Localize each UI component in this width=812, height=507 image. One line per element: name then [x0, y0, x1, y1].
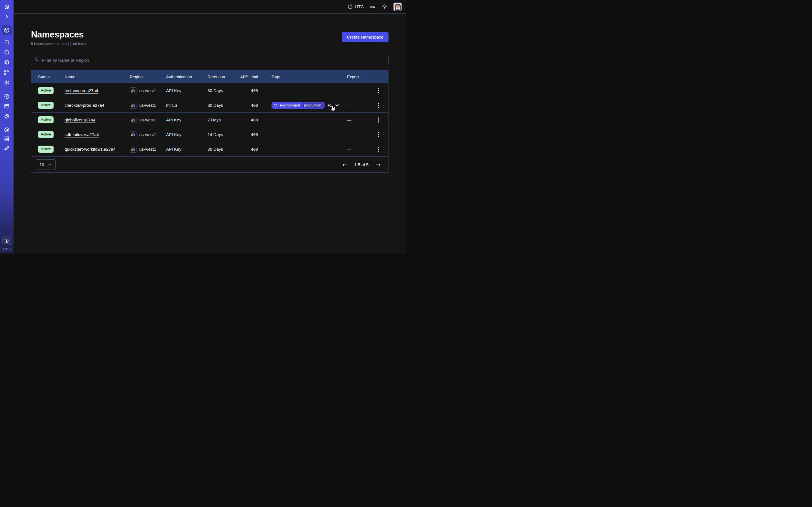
retention-cell: 30 Days [207, 147, 240, 152]
app-window: $ 2.35.1 UTC [0, 0, 406, 253]
create-namespace-button[interactable]: Create Namespace [342, 32, 389, 42]
temporal-logo-icon[interactable] [4, 4, 10, 10]
aps-cell: 400 [240, 132, 271, 137]
col-authentication: Authentication [166, 75, 207, 79]
retention-cell: 14 Days [207, 132, 240, 137]
tag-value: production [302, 103, 324, 108]
export-value: — [347, 103, 351, 108]
sidebar-footer: $ 2.35.1 [3, 237, 11, 253]
aps-cell: 400 [240, 147, 271, 152]
page-size-value: 10 [40, 162, 44, 167]
main-content: Namespaces 5 Namespaces created (100 lim… [13, 14, 406, 253]
sidebar-item-docs[interactable] [4, 136, 10, 142]
region-label: us-west1 [139, 103, 156, 108]
retention-cell: 30 Days [207, 103, 240, 108]
export-value: — [347, 132, 351, 137]
sidebar-item-schedules[interactable] [4, 49, 10, 55]
gcp-region-icon [130, 87, 137, 94]
col-status: Status [38, 75, 64, 79]
tag-icon [274, 103, 278, 107]
gcp-region-icon [130, 131, 137, 138]
aps-cell: 400 [240, 89, 271, 93]
aps-cell: 400 [240, 118, 271, 122]
row-menu-button[interactable] [377, 116, 380, 124]
auth-cell: mTLS [166, 103, 207, 108]
gcp-region-icon [130, 102, 137, 109]
filter-input[interactable] [42, 58, 385, 62]
sidebar-item-getting-started[interactable] [4, 145, 10, 151]
tag-chip[interactable]: environment production [271, 102, 324, 109]
namespace-link[interactable]: checkout-prod.a27a4 [64, 103, 104, 108]
row-menu-button[interactable] [377, 102, 380, 109]
filter-search-box [31, 55, 389, 65]
row-menu-button[interactable] [377, 87, 380, 94]
status-badge: Active [38, 146, 54, 153]
auth-cell: API Key [166, 117, 207, 122]
next-page-button[interactable]: → [376, 162, 380, 167]
table-footer: 10 ← 1-5 of 5 → [31, 156, 388, 172]
table-row: Active test-worker.a27a4 [31, 83, 388, 98]
sidebar-expand-icon[interactable] [4, 13, 10, 20]
sidebar-item-billing[interactable] [4, 103, 10, 109]
sidebar-divider [0, 91, 13, 91]
sidebar-item-support[interactable] [4, 127, 10, 133]
export-value: — [347, 147, 351, 152]
retention-cell: 7 Days [207, 117, 240, 122]
pricing-badge-button[interactable]: $ [3, 237, 11, 245]
prev-page-button[interactable]: ← [342, 162, 347, 167]
search-icon [35, 57, 40, 63]
status-badge: Active [38, 102, 54, 109]
region-label: us-west1 [139, 88, 156, 93]
sidebar-item-namespaces[interactable] [2, 25, 11, 35]
clock-icon [347, 4, 353, 10]
page-range-label: 1-5 of 5 [354, 162, 368, 167]
status-badge: Active [38, 116, 54, 123]
auth-cell: API Key [166, 88, 207, 93]
region-label: us-west1 [139, 117, 156, 122]
sidebar-item-settings[interactable] [4, 113, 10, 119]
row-menu-button[interactable] [377, 131, 380, 138]
table-row: Active sdk-failover.a27a4 us-west1 [31, 127, 388, 142]
aps-cell: 400 [240, 103, 271, 108]
namespaces-table: Status Name Region Authentication Retent… [31, 70, 389, 173]
table-row: Active globalizer.a27a4 us-west1 [31, 112, 388, 127]
timezone-label: UTC [355, 4, 364, 9]
timezone-button[interactable]: UTC [347, 4, 364, 10]
tag-expand-chevron-icon[interactable] [335, 103, 340, 108]
namespace-link[interactable]: test-worker.a27a4 [64, 88, 98, 93]
auth-cell: API Key [166, 147, 207, 152]
sidebar-divider [0, 123, 13, 123]
namespace-link[interactable]: sdk-failover.a27a4 [64, 132, 99, 137]
theme-sun-icon[interactable] [382, 4, 388, 10]
col-aps-limit: APS Limit [240, 75, 271, 79]
page-title: Namespaces [31, 30, 86, 40]
sidebar-item-workflows[interactable] [4, 39, 10, 45]
col-tags: Tags [271, 75, 347, 79]
sidebar-item-batch-operations[interactable] [4, 69, 10, 75]
topbar: UTC [13, 0, 406, 13]
namespace-link[interactable]: globalizer.a27a4 [64, 117, 95, 122]
status-badge: Active [38, 131, 54, 138]
app-version: 2.35.1 [3, 247, 11, 251]
export-value: — [347, 88, 351, 93]
page-size-select[interactable]: 10 [36, 159, 56, 170]
auth-cell: API Key [166, 132, 207, 137]
gcp-region-icon [130, 117, 137, 123]
svg-text:$: $ [6, 239, 8, 242]
tag-more-count: +1 [327, 103, 332, 108]
col-name: Name [64, 75, 130, 79]
tags-cell: environment production +1 [271, 102, 347, 109]
data-density-glasses-icon[interactable] [370, 4, 376, 10]
table-row: Active quickstart-workflows.a27a4 us-wes… [31, 142, 388, 156]
sidebar-item-usage[interactable] [4, 93, 10, 100]
region-label: us-west1 [139, 132, 156, 137]
sidebar-item-deployments[interactable] [4, 59, 10, 65]
gcp-region-icon [130, 146, 137, 153]
row-menu-button[interactable] [377, 146, 380, 153]
sidebar-item-nexus[interactable] [4, 79, 10, 86]
user-avatar[interactable] [393, 3, 402, 11]
cube-icon [4, 27, 10, 33]
tag-key: environment [280, 103, 300, 107]
table-header: Status Name Region Authentication Retent… [31, 70, 388, 83]
namespace-link[interactable]: quickstart-workflows.a27a4 [64, 147, 116, 152]
